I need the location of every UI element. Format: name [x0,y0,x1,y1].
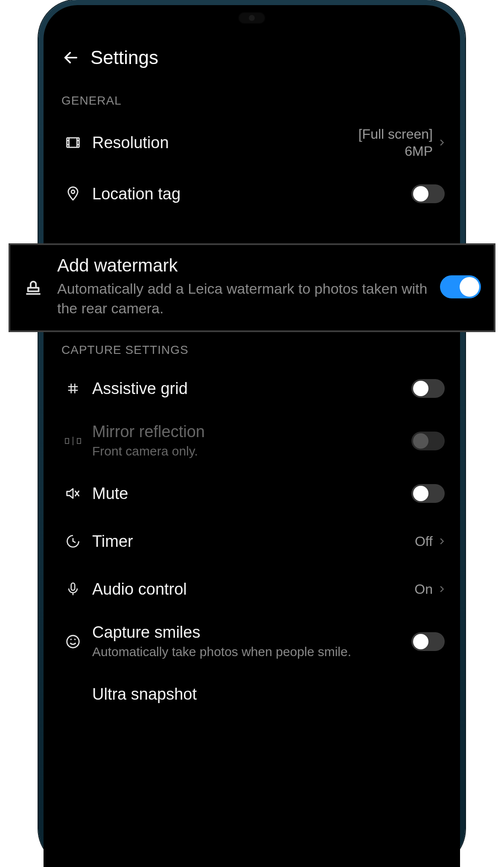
timer-icon [61,534,84,549]
resolution-value-line1: [Full screen] [358,126,433,143]
row-timer[interactable]: Timer Off [51,517,452,565]
timer-value: Off [415,533,433,550]
resolution-label: Resolution [92,134,358,152]
grid-icon [61,381,84,396]
row-mirror-reflection: Mirror reflection Front camera only. [51,412,452,470]
audio-control-value: On [414,581,433,598]
location-tag-label: Location tag [92,185,411,203]
chevron-right-icon [435,138,448,147]
mirror-reflection-toggle [411,432,445,450]
add-watermark-sub: Automatically add a Leica watermark to p… [57,279,440,318]
row-ultra-snapshot[interactable]: Ultra snapshot [51,670,452,718]
assistive-grid-label: Assistive grid [92,379,411,398]
capture-smiles-sub: Automatically take photos when people sm… [92,643,411,660]
location-tag-toggle[interactable] [411,184,445,203]
svg-rect-19 [71,583,75,590]
callout-add-watermark[interactable]: Add watermark Automatically add a Leica … [9,243,495,332]
add-watermark-toggle[interactable] [440,275,481,298]
timer-label: Timer [92,532,415,551]
mirror-reflection-sub: Front camera only. [92,443,411,459]
row-mute[interactable]: Mute [51,470,452,517]
svg-marker-16 [67,489,73,498]
audio-control-label: Audio control [92,580,414,598]
svg-point-8 [71,190,75,193]
capture-smiles-label: Capture smiles [92,623,411,642]
add-watermark-label: Add watermark [57,255,440,276]
mirror-reflection-label: Mirror reflection [92,423,411,441]
row-audio-control[interactable]: Audio control On [51,565,452,613]
mute-icon [61,485,84,502]
camera-notch [239,13,265,23]
row-resolution[interactable]: Resolution [Full screen] 6MP [51,115,452,170]
stamp-icon [20,276,47,298]
phone-frame: Settings GENERAL [38,0,465,867]
microphone-icon [61,581,84,597]
row-location-tag[interactable]: Location tag [51,170,452,218]
svg-rect-15 [77,438,81,444]
chevron-right-icon [435,537,448,546]
svg-rect-13 [65,438,69,444]
row-capture-smiles[interactable]: Capture smiles Automatically take photos… [51,613,452,670]
settings-screen: Settings GENERAL [51,22,452,867]
header: Settings [51,22,452,84]
film-icon [61,134,84,151]
location-pin-icon [61,186,84,202]
smile-icon [61,633,84,650]
assistive-grid-toggle[interactable] [411,379,445,398]
resolution-value-line2: 6MP [358,143,433,160]
capture-smiles-toggle[interactable] [411,632,445,651]
arrow-left-icon [62,49,79,66]
row-assistive-grid[interactable]: Assistive grid [51,365,452,412]
mute-toggle[interactable] [411,484,445,503]
mute-label: Mute [92,485,411,503]
svg-point-21 [67,636,79,648]
mirror-icon [61,435,84,447]
chevron-right-icon [435,584,448,594]
section-label-general: GENERAL [51,84,452,115]
back-button[interactable] [61,48,80,67]
section-label-capture: CAPTURE SETTINGS [51,333,452,365]
resolution-value: [Full screen] 6MP [358,126,433,160]
page-title: Settings [90,47,158,68]
ultra-snapshot-label: Ultra snapshot [92,685,448,704]
